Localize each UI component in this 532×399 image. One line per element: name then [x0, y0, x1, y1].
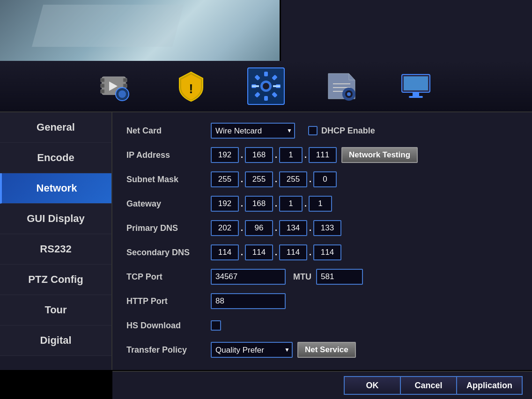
- dhcp-label: DHCP Enable: [321, 126, 375, 136]
- ip-octet-4[interactable]: [309, 147, 337, 163]
- transfer-policy-row: Transfer Policy Quality Prefer Speed Pre…: [126, 341, 518, 359]
- svg-rect-4: [123, 78, 127, 82]
- tcp-port-row: TCP Port MTU: [126, 268, 518, 286]
- svg-rect-13: [264, 72, 268, 76]
- hs-download-label: HS Download: [126, 321, 211, 331]
- svg-point-28: [347, 92, 351, 96]
- ip-octet-1[interactable]: [211, 147, 239, 163]
- dhcp-group: DHCP Enable: [308, 126, 375, 136]
- secondary-dns-label: Secondary DNS: [126, 248, 211, 258]
- transfer-policy-select[interactable]: Quality Prefer Speed Prefer Adaptive: [211, 342, 293, 358]
- net-card-label: Net Card: [126, 126, 211, 136]
- net-card-select-wrapper: Wire Netcard Wireless: [211, 123, 295, 139]
- tcp-port-label: TCP Port: [126, 272, 211, 282]
- ok-button[interactable]: OK: [344, 376, 400, 395]
- netcard-controls: Wire Netcard Wireless DHCP Enable: [211, 123, 375, 139]
- sidebar-item-digital[interactable]: Digital: [0, 325, 111, 356]
- secondary-dns-row: Secondary DNS . . .: [126, 244, 518, 261]
- svg-rect-18: [254, 92, 260, 98]
- svg-point-8: [118, 90, 126, 98]
- transfer-policy-select-wrapper: Quality Prefer Speed Prefer Adaptive: [211, 342, 293, 358]
- svg-rect-31: [413, 92, 419, 96]
- sidebar-item-gui-display[interactable]: GUI Display: [0, 204, 111, 234]
- subnet-mask-inputs: . . .: [211, 171, 337, 187]
- gateway-row: Gateway . . .: [126, 195, 518, 213]
- svg-text:!: !: [189, 81, 193, 96]
- gateway-label: Gateway: [126, 199, 211, 209]
- alert-icon[interactable]: !: [172, 67, 210, 105]
- sidebar: General Encode Network GUI Display RS232…: [0, 112, 112, 370]
- gateway-octet-4[interactable]: [309, 196, 332, 212]
- gateway-octet-2[interactable]: [245, 196, 273, 212]
- sidebar-item-network[interactable]: Network: [0, 173, 111, 204]
- subnet-octet-1[interactable]: [211, 171, 239, 187]
- svg-rect-5: [123, 84, 127, 88]
- cancel-button[interactable]: Cancel: [400, 376, 456, 395]
- network-testing-button[interactable]: Network Testing: [341, 147, 418, 163]
- ip-octet-2[interactable]: [245, 147, 273, 163]
- record-icon[interactable]: [322, 67, 360, 105]
- primary-dns-octet-4[interactable]: [313, 220, 341, 236]
- ip-address-row: IP Address . . . Network Testing: [126, 146, 518, 164]
- primary-dns-row: Primary DNS . . .: [126, 219, 518, 237]
- ip-address-inputs: . . .: [211, 147, 337, 163]
- svg-rect-17: [264, 96, 268, 101]
- dhcp-checkbox[interactable]: [308, 126, 318, 135]
- svg-rect-14: [272, 74, 278, 81]
- svg-rect-20: [254, 74, 260, 81]
- gateway-octet-1[interactable]: [211, 196, 239, 212]
- subnet-mask-label: Subnet Mask: [126, 175, 211, 185]
- net-service-button[interactable]: Net Service: [297, 342, 356, 358]
- svg-rect-3: [101, 89, 104, 93]
- camera-playback-icon[interactable]: [97, 67, 135, 105]
- ip-address-label: IP Address: [126, 150, 211, 160]
- gateway-octet-3[interactable]: [279, 196, 303, 212]
- svg-rect-1: [101, 78, 104, 82]
- mtu-label: MTU: [293, 272, 311, 282]
- primary-dns-inputs: . . .: [211, 220, 341, 236]
- application-button[interactable]: Application: [456, 376, 523, 395]
- sidebar-item-encode[interactable]: Encode: [0, 143, 111, 173]
- primary-dns-octet-2[interactable]: [245, 220, 273, 236]
- svg-rect-30: [404, 76, 428, 90]
- primary-dns-octet-3[interactable]: [279, 220, 307, 236]
- secondary-dns-octet-2[interactable]: [245, 244, 273, 260]
- http-port-input[interactable]: [211, 293, 286, 309]
- camera-feed-left: [0, 0, 281, 61]
- secondary-dns-octet-3[interactable]: [279, 244, 307, 260]
- bottom-bar: OK Cancel Application: [112, 371, 532, 399]
- subnet-mask-row: Subnet Mask . . .: [126, 170, 518, 188]
- ip-octet-3[interactable]: [279, 147, 303, 163]
- secondary-dns-inputs: . . .: [211, 244, 341, 260]
- mtu-input[interactable]: [316, 269, 363, 285]
- svg-rect-2: [101, 84, 104, 88]
- form-area: Net Card Wire Netcard Wireless DHCP Enab…: [112, 112, 532, 370]
- sidebar-item-tour[interactable]: Tour: [0, 295, 111, 325]
- monitor-icon[interactable]: [397, 67, 435, 105]
- subnet-octet-3[interactable]: [279, 171, 307, 187]
- sidebar-item-ptz-config[interactable]: PTZ Config: [0, 265, 111, 295]
- net-card-select[interactable]: Wire Netcard Wireless: [211, 123, 295, 139]
- subnet-octet-4[interactable]: [313, 171, 337, 187]
- nav-bar: !: [0, 61, 532, 112]
- mtu-group: MTU: [293, 269, 363, 285]
- gateway-inputs: . . .: [211, 196, 332, 212]
- transfer-policy-controls: Quality Prefer Speed Prefer Adaptive Net…: [211, 342, 356, 358]
- net-card-row: Net Card Wire Netcard Wireless DHCP Enab…: [126, 122, 518, 140]
- primary-dns-label: Primary DNS: [126, 223, 211, 233]
- subnet-octet-2[interactable]: [245, 171, 273, 187]
- tcp-port-input[interactable]: [211, 269, 286, 285]
- svg-point-12: [263, 83, 269, 89]
- main-content: General Encode Network GUI Display RS232…: [0, 112, 532, 370]
- camera-feed-right: [281, 0, 532, 61]
- primary-dns-octet-1[interactable]: [211, 220, 239, 236]
- secondary-dns-octet-4[interactable]: [313, 244, 341, 260]
- sidebar-item-general[interactable]: General: [0, 112, 111, 143]
- http-port-label: HTTP Port: [126, 296, 211, 306]
- secondary-dns-octet-1[interactable]: [211, 244, 239, 260]
- hs-download-row: HS Download: [126, 317, 518, 334]
- camera-area: [0, 0, 532, 61]
- hs-download-checkbox[interactable]: [211, 320, 221, 331]
- sidebar-item-rs232[interactable]: RS232: [0, 234, 111, 265]
- settings-icon[interactable]: [247, 67, 285, 105]
